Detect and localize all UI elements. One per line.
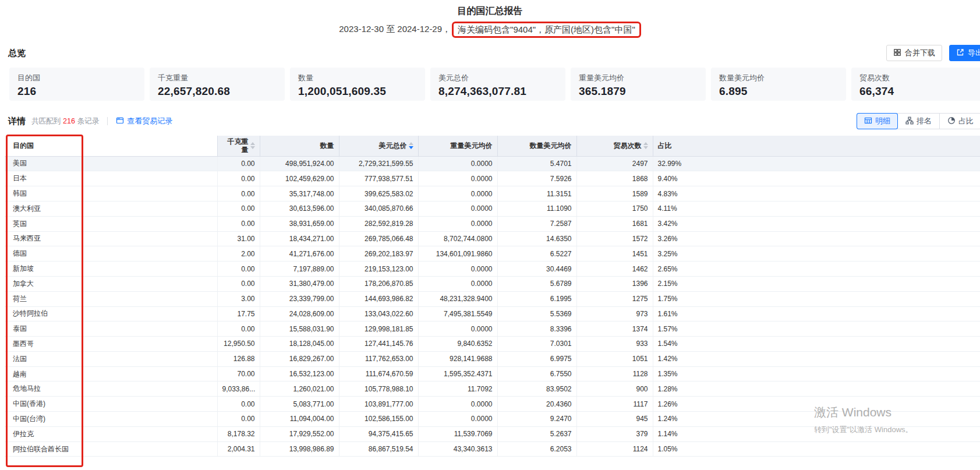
cell-value: 12,950.50 (217, 337, 260, 352)
cell-value: 5,083,771.00 (260, 397, 339, 412)
sort-carets-icon[interactable] (250, 142, 255, 149)
cell-value: 13,998,986.89 (260, 441, 339, 457)
export-button[interactable]: 导出 (949, 45, 980, 61)
cell-country: 阿拉伯联合酋长国 (5, 441, 217, 457)
cell-value: 178,206,870.85 (339, 276, 418, 291)
card-destination-country: 目的国 216 (9, 68, 144, 101)
cell-value: 5.5369 (497, 306, 576, 321)
cell-value: 83.9502 (497, 381, 576, 397)
cell-value: 7.0301 (497, 337, 576, 352)
view-trade-records-link[interactable]: 查看贸易记录 (116, 116, 172, 126)
cell-value: 269,785,066.48 (339, 231, 418, 246)
cell-value: 1589 (576, 186, 653, 202)
cell-value: 2497 (576, 156, 653, 171)
cell-value: 9.2470 (497, 412, 576, 427)
report-date-range: 2023-12-30 至 2024-12-29， (339, 24, 451, 34)
export-icon (956, 48, 964, 58)
column-header-1[interactable]: 千克重量 (217, 136, 260, 156)
cell-value: 0.00 (217, 412, 260, 427)
cell-country: 加拿大 (5, 276, 217, 291)
cell-country: 马来西亚 (5, 231, 217, 246)
cell-value: 11.7092 (418, 381, 497, 397)
cell-value: 7,197,889.00 (260, 261, 339, 277)
sort-carets-icon[interactable] (643, 142, 648, 149)
view-mode-tabs: 明细 排名 占比 (857, 113, 980, 129)
cell-value: 973 (576, 306, 653, 321)
view-trade-records-icon (116, 116, 124, 126)
report-header: 目的国汇总报告 2023-12-30 至 2024-12-29，海关编码包含"9… (0, 0, 980, 38)
cell-value: 1128 (576, 366, 653, 381)
pie-chart-icon (947, 116, 956, 126)
cell-value: 1.05% (653, 441, 980, 457)
cell-value: 0.00 (217, 156, 260, 171)
cell-value: 31,380,479.00 (260, 276, 339, 291)
cell-country: 中国(台湾) (5, 412, 217, 427)
cell-value: 8,702,744.0800 (418, 231, 497, 246)
card-quantity: 数量 1,200,051,609.35 (290, 68, 425, 101)
column-header-7: 占比 (653, 136, 980, 156)
table-row: 马来西亚31.0018,434,271.00269,785,066.488,70… (5, 231, 980, 246)
card-value: 365.1879 (579, 85, 698, 98)
cell-value: 7.5926 (497, 171, 576, 186)
column-header-3[interactable]: 美元总价 (339, 136, 418, 156)
cell-value: 41,271,676.00 (260, 246, 339, 261)
cell-value: 16,829,267.00 (260, 351, 339, 366)
column-header-label: 贸易次数 (614, 142, 642, 150)
cell-value: 1462 (576, 261, 653, 277)
sort-carets-icon[interactable] (409, 142, 413, 149)
column-header-5: 数量美元均价 (497, 136, 576, 156)
cell-value: 0.00 (217, 276, 260, 291)
table-row: 新加坡0.007,197,889.00219,153,123.000.00003… (5, 261, 980, 277)
cell-value: 3.26% (653, 231, 980, 246)
export-label: 导出 (968, 48, 980, 58)
detail-left-group: 详情 共匹配到 216 条记录 查看贸易记录 (8, 116, 172, 127)
cell-value: 0.0000 (418, 171, 497, 186)
cell-value: 269,202,183.97 (339, 246, 418, 261)
cell-value: 0.00 (217, 186, 260, 202)
merge-download-button[interactable]: 合并下载 (886, 45, 942, 61)
cell-value: 30.4469 (497, 261, 576, 277)
merge-download-label: 合并下载 (905, 48, 935, 58)
card-value: 1,200,051,609.35 (298, 85, 417, 98)
card-label: 重量美元均价 (579, 73, 698, 83)
cell-value: 0.0000 (418, 156, 497, 171)
cell-value: 2.00 (217, 246, 260, 261)
cell-value: 4.11% (653, 201, 980, 216)
column-header-label: 数量美元均价 (530, 142, 572, 150)
cell-value: 1.35% (653, 366, 980, 381)
cell-value: 0.0000 (418, 397, 497, 412)
annotation-filter-box: 海关编码包含"9404"，原产国(地区)包含"中国" (452, 22, 641, 38)
cell-value: 7,495,381.5549 (418, 306, 497, 321)
cell-value: 0.0000 (418, 321, 497, 337)
card-value: 22,657,820.68 (158, 85, 277, 98)
cell-value: 86,867,519.54 (339, 441, 418, 457)
cell-value: 3.25% (653, 246, 980, 261)
cell-value: 0.00 (217, 171, 260, 186)
table-row: 德国2.0041,271,676.00269,202,183.97134,601… (5, 246, 980, 261)
table-row: 沙特阿拉伯17.7524,028,609.00133,043,022.607,4… (5, 306, 980, 321)
cell-value: 498,951,924.00 (260, 156, 339, 171)
cell-value: 11.1090 (497, 201, 576, 216)
cell-value: 20.4360 (497, 397, 576, 412)
column-header-6[interactable]: 贸易次数 (576, 136, 653, 156)
cell-value: 126.88 (217, 351, 260, 366)
cell-value: 127,441,145.76 (339, 337, 418, 352)
table-row: 英国0.0038,931,659.00282,592,819.280.00007… (5, 216, 980, 231)
tab-proportion[interactable]: 占比 (939, 114, 980, 129)
cell-value: 3.00 (217, 291, 260, 306)
matched-count: 216 (63, 117, 75, 125)
cell-value: 0.00 (217, 216, 260, 231)
tab-ranking[interactable]: 排名 (897, 114, 939, 129)
cell-value: 219,153,123.00 (339, 261, 418, 277)
column-header-label: 数量 (320, 142, 334, 150)
tab-label: 明细 (875, 116, 890, 126)
cell-value: 8.3396 (497, 321, 576, 337)
cell-value: 933 (576, 337, 653, 352)
cell-value: 4.83% (653, 186, 980, 202)
tab-detail[interactable]: 明细 (857, 113, 898, 129)
cell-value: 1,260,021.00 (260, 381, 339, 397)
ranking-icon (905, 116, 914, 126)
report-filter-text: 海关编码包含"9404"，原产国(地区)包含"中国" (458, 24, 635, 34)
cell-value: 30,613,596.00 (260, 201, 339, 216)
cell-value: 0.0000 (418, 412, 497, 427)
